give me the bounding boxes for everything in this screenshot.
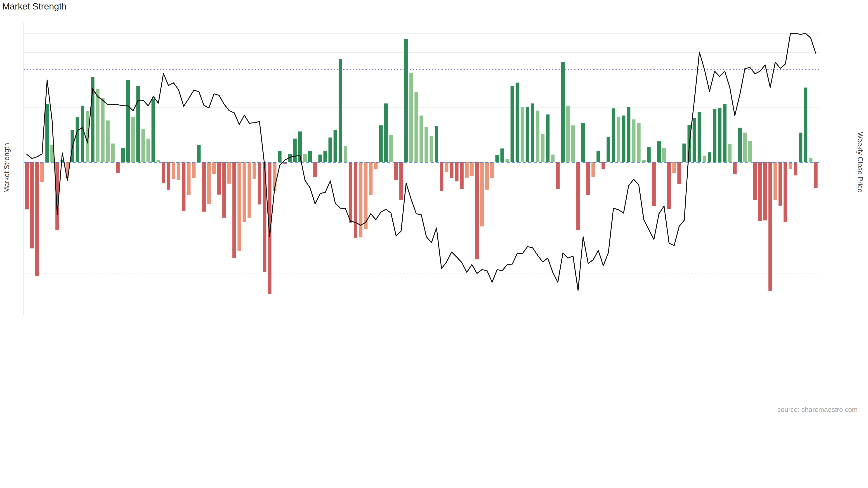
strength-bar <box>394 162 398 180</box>
strength-bar <box>551 155 555 162</box>
strength-bar <box>303 154 307 162</box>
strength-bar <box>677 162 681 184</box>
strength-bar <box>339 59 342 162</box>
strength-bar <box>804 88 807 162</box>
strength-bar <box>222 162 226 218</box>
strength-bar <box>627 107 630 162</box>
strength-bar <box>334 130 337 162</box>
strength-bar <box>409 73 413 162</box>
strength-bar <box>601 162 605 169</box>
strength-bar <box>692 119 696 162</box>
strength-bar <box>768 162 772 291</box>
strength-bar <box>232 162 236 258</box>
strength-bar <box>490 162 494 178</box>
strength-bar <box>212 162 216 174</box>
strength-bar <box>76 117 79 162</box>
strength-bar <box>758 162 762 221</box>
strength-bar <box>521 107 524 162</box>
strength-bar <box>359 162 362 237</box>
strength-bar <box>723 104 726 162</box>
strength-bar <box>718 108 721 162</box>
strength-bar <box>40 162 44 182</box>
strength-bar <box>131 117 135 162</box>
strength-bar <box>384 103 388 162</box>
strength-bar <box>344 147 347 162</box>
strength-bar <box>465 162 469 177</box>
strength-bar <box>698 111 701 162</box>
strength-bar <box>536 111 539 162</box>
strength-bar <box>440 162 443 191</box>
strength-bar <box>293 139 297 162</box>
strength-bar <box>142 129 145 162</box>
strength-bar <box>789 162 792 169</box>
strength-bar <box>202 162 206 212</box>
strength-bar <box>763 162 767 221</box>
strength-bar <box>166 162 170 190</box>
strength-bar <box>192 162 195 178</box>
strength-bar <box>25 162 29 209</box>
strength-bar <box>713 109 716 162</box>
strength-bar <box>566 106 570 162</box>
strength-bar <box>238 162 241 251</box>
strength-bar <box>662 148 666 162</box>
page-title: Market Strength <box>2 1 67 11</box>
strength-bar <box>136 86 140 162</box>
strength-bar <box>318 155 322 162</box>
strength-bar <box>323 151 327 162</box>
strength-bar <box>485 162 489 190</box>
strength-bar <box>774 162 777 200</box>
strength-bar <box>126 80 130 162</box>
strength-bar <box>652 162 656 206</box>
strength-bar <box>475 162 479 259</box>
strength-bar <box>708 152 711 162</box>
strength-bar <box>809 158 812 162</box>
strength-bar <box>672 162 676 173</box>
strength-bar <box>622 116 625 162</box>
strength-bar <box>753 162 757 200</box>
strength-bar <box>794 162 797 175</box>
strength-bar <box>35 162 39 276</box>
strength-bar <box>101 98 105 162</box>
strength-bar <box>748 141 752 162</box>
strength-bar <box>151 99 155 162</box>
strength-bar <box>516 83 519 162</box>
strength-bar <box>86 111 89 162</box>
strength-bar <box>647 147 651 162</box>
strength-bar <box>612 108 615 162</box>
strength-bar <box>733 162 737 174</box>
strength-bar <box>217 162 221 195</box>
strength-bar <box>632 119 636 162</box>
strength-bar <box>243 162 246 222</box>
strength-bar <box>617 117 620 162</box>
market-strength-dashboard: Market Strength Market Strength Weekly C… <box>0 0 868 488</box>
strength-bar <box>329 138 332 162</box>
strength-bar <box>556 162 560 189</box>
chart-canvas <box>0 0 868 465</box>
strength-bar <box>30 162 34 249</box>
strength-bar <box>814 162 817 188</box>
strength-bar <box>369 162 373 195</box>
strength-bar <box>576 162 580 230</box>
strength-bar <box>399 162 403 200</box>
strength-bar <box>784 162 787 222</box>
strength-bar <box>349 162 352 223</box>
strength-bar <box>450 162 454 178</box>
strength-bar <box>510 86 514 162</box>
strength-bar <box>147 139 150 162</box>
strength-bar <box>799 133 802 162</box>
strength-bar <box>354 162 358 238</box>
strength-bar <box>162 162 165 183</box>
strength-bar <box>374 162 378 169</box>
strength-bar <box>703 156 706 162</box>
strength-bar <box>505 159 509 162</box>
strength-bar <box>278 151 282 162</box>
strength-bar <box>106 121 110 162</box>
strength-bar <box>541 134 545 162</box>
strength-bar <box>258 162 261 204</box>
strength-bar <box>581 123 585 162</box>
y-axis-label-right: Weekly Close Price <box>856 115 864 210</box>
strength-bar <box>364 162 368 229</box>
strength-bar <box>728 144 732 162</box>
strength-bar <box>495 155 499 162</box>
strength-bar <box>253 162 256 179</box>
